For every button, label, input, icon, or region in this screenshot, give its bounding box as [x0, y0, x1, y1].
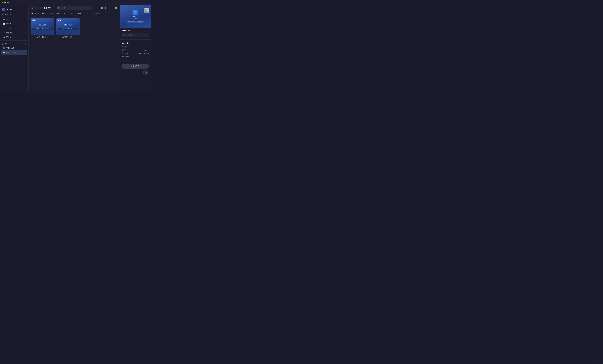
svg-rect-14: [115, 8, 115, 8]
uncategorized-icon: 🕐: [3, 23, 5, 25]
layout-icon-4[interactable]: [109, 6, 113, 10]
forward-button[interactable]: ›: [35, 6, 38, 10]
folder-section-header: 文件夹▾ ＋: [0, 42, 28, 46]
filter-folder[interactable]: 文件夹 ▾: [41, 12, 48, 15]
filter-time[interactable]: 时间 ▾: [49, 12, 55, 15]
grid-icon[interactable]: [114, 6, 117, 10]
minimize-button[interactable]: [4, 2, 6, 3]
folder-section-label[interactable]: 文件夹▾: [2, 43, 8, 45]
sidebar-item-count: 2: [25, 27, 26, 29]
filter-size[interactable]: 尺寸 ▾: [70, 12, 76, 15]
info-row-desc: 文件夹描述 空: [122, 56, 149, 58]
preview-logo: B: [133, 10, 138, 15]
filter-rating[interactable]: 评分 ▾: [77, 12, 83, 15]
sidebar-item-uncategorized[interactable]: 🕐 未分类 0: [1, 22, 27, 26]
media-label-1: 浏览器插件采集: [31, 36, 54, 38]
filter-other[interactable]: 其他筛选 ▾: [91, 12, 101, 15]
sidebar-item-count: 0: [25, 32, 26, 34]
nav-buttons: ‹ ›: [31, 6, 38, 10]
svg-rect-15: [116, 8, 116, 8]
app-body: B Billfish ≡ 本地素材库 ↓ ⊞ 全部 2 🕐 未分类 0 ✕ 无标…: [0, 5, 151, 91]
tagmgr-icon: ☰: [3, 32, 5, 34]
tag-input[interactable]: [122, 33, 149, 37]
preview-decoration: 📊: [144, 8, 149, 13]
titlebar: [0, 0, 151, 5]
library-label[interactable]: 本地素材库 ↓: [0, 13, 28, 17]
brand: B Billfish: [2, 8, 13, 11]
sidebar-item-label: 全部: [6, 18, 24, 21]
menu-icon[interactable]: ≡: [25, 8, 27, 11]
filter-type[interactable]: 类型 ▾: [56, 12, 62, 15]
sidebar-item-tagmgr[interactable]: ☰ 标签管理 0: [1, 31, 27, 35]
media-card-1[interactable]: B Billfish 使用说明 浏览器插件请至Billfish官网下载 MP4 …: [31, 18, 54, 38]
sidebar: B Billfish ≡ 本地素材库 ↓ ⊞ 全部 2 🕐 未分类 0 ✕ 无标…: [0, 5, 29, 91]
sidebar-item-browser[interactable]: 🌐 浏览器采集 0: [1, 46, 27, 50]
sidebar-item-count: 0: [25, 23, 26, 25]
svg-rect-2: [96, 8, 97, 9]
svg-rect-12: [116, 7, 116, 8]
folder-info-header[interactable]: 文件夹信息 ▾: [122, 42, 149, 45]
filter-shape[interactable]: 形状 ▾: [63, 12, 70, 15]
share-button[interactable]: [143, 70, 148, 75]
mp4-badge-1: MP4: [32, 19, 36, 21]
svg-rect-6: [101, 9, 103, 9]
panel-folder-name-section: 软件使用说明: [120, 28, 151, 38]
mp4-badge-2: MP4: [57, 19, 61, 21]
search-bar: 🔍 ▾: [56, 7, 93, 10]
svg-rect-3: [97, 8, 98, 9]
svg-rect-1: [97, 7, 98, 8]
color-filter-icon[interactable]: [31, 13, 33, 15]
share-area: [120, 70, 151, 77]
sidebar-item-label: 无标签: [6, 27, 24, 30]
layout-icon-3[interactable]: [104, 6, 108, 10]
info-row-count: 文件数量 2: [122, 46, 149, 48]
sidebar-item-software[interactable]: 📁 软件使用说明 2: [1, 50, 27, 55]
media-thumb-1: B Billfish 使用说明 浏览器插件请至Billfish官网下载 MP4: [31, 18, 54, 35]
brand-logo: B: [2, 8, 5, 11]
page-title: 软件使用说明: [39, 7, 51, 9]
svg-rect-13: [116, 7, 116, 8]
svg-rect-5: [101, 8, 103, 8]
filter-tag[interactable]: 标签 ▾: [34, 12, 40, 15]
svg-rect-4: [101, 7, 103, 8]
info-row-created: 创建时间 2022/01/22 19:15:57: [122, 52, 149, 55]
search-input[interactable]: [62, 7, 91, 9]
svg-rect-19: [116, 9, 116, 9]
brand-name: Billfish: [7, 8, 13, 11]
svg-rect-10: [111, 7, 112, 9]
topbar: ‹ › 软件使用说明 🔍 ▾: [29, 5, 120, 11]
sidebar-item-notag[interactable]: ✕ 无标签 2: [1, 26, 27, 30]
divider: [0, 40, 28, 41]
sidebar-item-label: 回收站: [6, 36, 24, 38]
sidebar-item-all[interactable]: ⊞ 全部 2: [1, 17, 27, 22]
all-icon: ⊞: [3, 18, 5, 21]
add-folder-icon[interactable]: ＋: [24, 43, 27, 45]
search-icon: 🔍: [58, 7, 60, 9]
media-card-2[interactable]: B Billfish 使用说明 如何快速标素材导入Billfish MP4 如何…: [56, 18, 80, 38]
software-icon: 📁: [3, 51, 5, 54]
sidebar-item-label: 未分类: [6, 23, 24, 25]
thumb-logo-icon-2: B: [64, 23, 67, 26]
content-area: B Billfish 使用说明 浏览器插件请至Billfish官网下载 MP4 …: [29, 16, 120, 91]
sidebar-item-count: 0: [25, 47, 26, 49]
folder-info-section: 文件夹信息 ▾ 文件数量 2 文件大小 12.10 MB 创建时间 2022/0…: [120, 41, 151, 60]
svg-rect-17: [115, 9, 115, 9]
sidebar-item-count: 0: [25, 36, 26, 38]
sidebar-item-count: 2: [25, 52, 26, 53]
search-dropdown-icon[interactable]: ▾: [60, 7, 61, 9]
notag-icon: ✕: [3, 27, 5, 30]
close-button[interactable]: [2, 2, 3, 3]
sidebar-item-trash[interactable]: 🗑 回收站 0: [1, 35, 27, 39]
maximize-button[interactable]: [7, 2, 9, 3]
back-button[interactable]: ‹: [31, 6, 34, 10]
filter-filesize[interactable]: 大小 ▾: [84, 12, 91, 15]
layout-icon-2[interactable]: [100, 6, 104, 10]
export-button[interactable]: 导出文件夹: [122, 64, 149, 69]
media-thumb-2: B Billfish 使用说明 如何快速标素材导入Billfish MP4: [56, 18, 80, 35]
media-label-2: 如何快速导入素材: [56, 36, 80, 38]
layout-icon-1[interactable]: [95, 6, 99, 10]
svg-rect-9: [110, 7, 111, 9]
browser-icon: 🌐: [3, 47, 5, 49]
sidebar-item-label: 软件使用说明: [6, 51, 24, 54]
info-row-filesize: 文件大小 12.10 MB: [122, 49, 149, 51]
